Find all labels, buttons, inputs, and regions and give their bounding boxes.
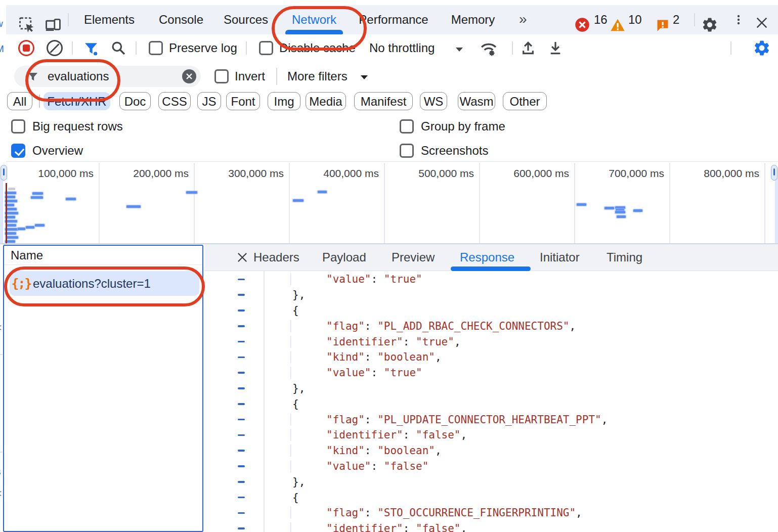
clear-icon[interactable] xyxy=(47,40,63,56)
detail-tab-initiator[interactable]: Initiator xyxy=(540,244,580,271)
chip-wasm[interactable]: Wasm xyxy=(458,92,495,110)
chip-css[interactable]: CSS xyxy=(158,92,191,110)
fold-marker-icon[interactable] xyxy=(238,325,245,327)
option-label: Overview xyxy=(32,144,83,158)
fold-marker-icon[interactable] xyxy=(238,497,245,499)
group-by-frame-checkbox[interactable] xyxy=(400,119,414,134)
chip-media[interactable]: Media xyxy=(306,92,346,110)
timeline-request-bar xyxy=(604,207,614,209)
record-icon[interactable] xyxy=(18,40,34,56)
fold-marker-icon[interactable] xyxy=(238,309,245,312)
issue-icon[interactable] xyxy=(656,18,670,32)
chip-fetch-xhr[interactable]: Fetch/XHR xyxy=(44,92,110,110)
filter-icon[interactable] xyxy=(83,40,99,57)
network-conditions-icon[interactable] xyxy=(480,40,498,57)
chip-js[interactable]: JS xyxy=(197,92,221,110)
fold-marker-icon[interactable] xyxy=(238,481,245,483)
code-line: }, xyxy=(204,381,778,396)
fold-marker-icon[interactable] xyxy=(238,279,245,281)
fold-marker-icon[interactable] xyxy=(238,527,245,529)
clear-filter-icon[interactable] xyxy=(182,69,196,83)
big-request-rows-checkbox[interactable] xyxy=(11,119,25,134)
fold-marker-icon[interactable] xyxy=(238,387,245,389)
error-icon[interactable] xyxy=(575,17,590,32)
detail-tab-payload[interactable]: Payload xyxy=(322,244,366,271)
response-viewer: "value": "true"},{"flag": "PL_ADD_RBAC_C… xyxy=(204,271,778,532)
chevron-down-icon[interactable] xyxy=(359,74,369,81)
timeline-request-bar xyxy=(126,205,141,208)
settings-gear-icon[interactable] xyxy=(701,16,718,33)
name-column-header[interactable]: Name xyxy=(4,246,202,265)
devtools-window: ElementsConsoleSourcesNetworkPerformance… xyxy=(0,0,778,532)
warning-icon[interactable] xyxy=(610,18,625,33)
close-icon[interactable] xyxy=(755,16,769,30)
timeline-request-bar xyxy=(6,236,18,239)
disable-cache-checkbox[interactable] xyxy=(259,41,273,55)
close-detail-icon[interactable] xyxy=(236,251,249,264)
fold-marker-icon[interactable] xyxy=(238,465,245,467)
fold-marker-icon[interactable] xyxy=(238,450,245,452)
more-filters-button[interactable]: More filters xyxy=(287,62,348,91)
timeline-gridline xyxy=(99,163,100,243)
timeline-request-bar xyxy=(5,228,18,231)
detail-tab-preview[interactable]: Preview xyxy=(392,244,435,271)
more-tabs-icon[interactable]: » xyxy=(519,5,527,34)
chevron-down-icon[interactable] xyxy=(454,46,464,53)
throttling-select[interactable]: No throttling xyxy=(369,34,435,62)
chip-manifest[interactable]: Manifest xyxy=(354,92,413,110)
tab-console[interactable]: Console xyxy=(150,5,212,34)
disable-cache-label: Disable cache xyxy=(279,34,356,62)
device-toolbar-icon[interactable] xyxy=(45,16,62,33)
timeline-request-bar xyxy=(633,209,642,212)
timeline-request-bar xyxy=(318,191,327,193)
fold-marker-icon[interactable] xyxy=(238,372,245,374)
chip-other[interactable]: Other xyxy=(503,92,547,110)
screenshots-checkbox[interactable] xyxy=(400,144,414,158)
fold-marker-icon[interactable] xyxy=(238,341,245,343)
export-har-icon[interactable] xyxy=(547,40,564,56)
code-line: "value": "true" xyxy=(204,365,778,381)
code-line: "identifier": "false", xyxy=(204,521,778,532)
tab-memory[interactable]: Memory xyxy=(440,5,506,34)
chip-font[interactable]: Font xyxy=(226,92,260,110)
tab-elements[interactable]: Elements xyxy=(72,5,147,34)
tab-sources[interactable]: Sources xyxy=(215,5,276,34)
fold-marker-icon[interactable] xyxy=(238,419,245,421)
code-line: "identifier": "true", xyxy=(204,334,778,349)
timeline-request-bar xyxy=(31,196,43,199)
chip-all[interactable]: All xyxy=(7,92,32,110)
toolbar-divider xyxy=(136,41,137,55)
fold-marker-icon[interactable] xyxy=(238,357,245,359)
fold-marker-icon[interactable] xyxy=(238,434,245,436)
option-overview: Overview xyxy=(11,143,83,158)
fold-marker-icon[interactable] xyxy=(238,403,245,405)
search-icon[interactable] xyxy=(110,40,126,56)
invert-checkbox[interactable] xyxy=(214,69,229,83)
overview-checkbox[interactable] xyxy=(11,144,25,158)
detail-tab-timing[interactable]: Timing xyxy=(607,244,642,271)
chip-ws[interactable]: WS xyxy=(420,92,447,110)
request-row[interactable]: {;} evaluations?cluster=1 xyxy=(10,271,199,296)
filter-input[interactable] xyxy=(48,66,164,87)
tab-network[interactable]: Network xyxy=(281,5,347,34)
timeline-label: 300,000 ms xyxy=(204,167,284,180)
preserve-log-checkbox[interactable] xyxy=(149,41,163,55)
overview-right-handle[interactable] xyxy=(771,165,777,181)
gutter-divider xyxy=(264,271,265,532)
network-settings-gear-icon[interactable] xyxy=(753,39,771,57)
detail-tab-headers[interactable]: Headers xyxy=(253,244,299,271)
fold-marker-icon[interactable] xyxy=(238,512,245,514)
overview-right-strip xyxy=(775,178,778,243)
timeline-gridline xyxy=(764,163,765,243)
inspect-icon[interactable] xyxy=(18,16,35,33)
fold-marker-icon[interactable] xyxy=(238,294,245,296)
tab-performance[interactable]: Performance xyxy=(350,5,437,34)
request-detail-panel: HeadersPayloadPreviewResponseInitiatorTi… xyxy=(204,244,778,532)
import-har-icon[interactable] xyxy=(520,40,536,56)
chip-img[interactable]: Img xyxy=(268,92,300,110)
timeline-request-bar xyxy=(5,200,17,202)
filter-pill xyxy=(14,66,201,87)
option-screenshots: Screenshots xyxy=(400,143,488,158)
kebab-menu-icon[interactable] xyxy=(732,14,745,26)
chip-doc[interactable]: Doc xyxy=(119,92,151,110)
